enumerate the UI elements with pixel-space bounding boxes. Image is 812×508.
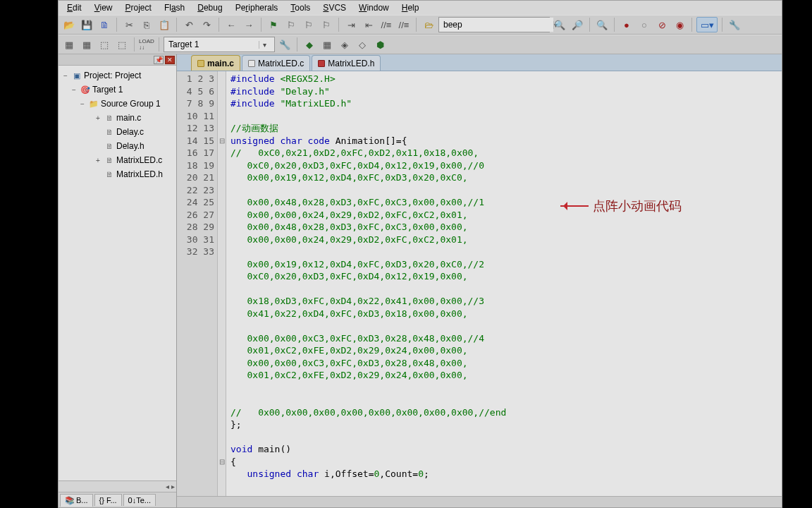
pack-installer-icon[interactable]: ⬢ [372, 37, 388, 52]
comment-icon[interactable]: //≡ [379, 17, 394, 32]
file-ext-icon[interactable]: ▦ [319, 37, 335, 52]
tree-root[interactable]: − ▣ Project: Project [60, 68, 175, 83]
find-input[interactable] [439, 18, 553, 32]
copy-icon[interactable]: ⎘ [139, 17, 154, 32]
download-icon[interactable]: LOAD↓↓ [139, 37, 154, 52]
debug-icon[interactable]: 🔍 [594, 17, 610, 32]
breakpoint-icon[interactable]: ● [619, 17, 634, 32]
editor-tab-matrixled-c[interactable]: MatrixLED.c [242, 55, 310, 71]
tree-file[interactable]: + 🗎 main.c [60, 111, 175, 125]
breakpoint-window-icon[interactable]: ◉ [672, 17, 687, 32]
tree-target[interactable]: − 🎯 Target 1 [60, 83, 175, 97]
tab-label: MatrixLED.c [258, 59, 304, 68]
find-combo[interactable]: ▾ [438, 17, 550, 32]
file-icon: 🗎 [104, 126, 115, 138]
manage-components-icon[interactable]: ◆ [302, 37, 317, 52]
menu-edit[interactable]: Edit [61, 1, 87, 14]
tab-label: MatrixLED.h [328, 59, 374, 68]
editor-tab-main[interactable]: main.c [191, 55, 240, 71]
editor-hscroll[interactable] [177, 496, 782, 507]
cut-icon[interactable]: ✂ [121, 17, 137, 32]
tree-file[interactable]: 🗎 MatrixLED.h [60, 167, 175, 181]
tree-group-label: Source Group 1 [101, 99, 161, 109]
tree-file[interactable]: 🗎 Delay.c [60, 125, 175, 139]
target-input[interactable] [164, 37, 259, 52]
saveall-icon[interactable]: 🗎 [97, 17, 112, 32]
menu-window[interactable]: Window [353, 1, 395, 14]
tree-file-label: MatrixLED.c [116, 155, 162, 165]
find-files-icon[interactable]: 🗁 [421, 17, 436, 32]
tree-file-label: Delay.c [116, 127, 144, 137]
sidebar-hscroll[interactable]: ◂ ▸ [59, 480, 176, 492]
sidebar-tab-templates[interactable]: 0↓Te... [123, 494, 156, 506]
sidebar-tab-functions[interactable]: {} F... [94, 494, 122, 506]
menu-view[interactable]: View [89, 1, 118, 14]
open-icon[interactable]: 📂 [61, 17, 77, 32]
redo-icon[interactable]: ↷ [199, 17, 214, 32]
sidebar-tab-books[interactable]: 📚 B... [60, 494, 93, 507]
bookmark-prev-icon[interactable]: ⚐ [283, 17, 299, 32]
build-icon[interactable]: ▦ [79, 37, 94, 52]
menu-project[interactable]: Project [120, 1, 157, 14]
pin-icon[interactable]: 📌 [154, 56, 164, 64]
menu-debug[interactable]: Debug [192, 1, 228, 14]
nav-back-icon[interactable]: ← [223, 17, 239, 32]
bookmark-next-icon[interactable]: ⚐ [301, 17, 316, 32]
file-icon: 🗎 [104, 140, 115, 152]
incremental-find-icon[interactable]: 🔎 [570, 17, 585, 32]
target-options-icon[interactable]: 🔧 [277, 37, 293, 52]
code-content[interactable]: #include <REGX52.H> #include "Delay.h" #… [226, 71, 782, 496]
bookmark-clear-icon[interactable]: ⚐ [319, 17, 334, 32]
menu-tools[interactable]: Tools [285, 1, 316, 14]
tree-file[interactable]: 🗎 Delay.h [60, 139, 175, 153]
sidebar-tabs: 📚 B... {} F... 0↓Te... [59, 492, 176, 507]
outdent-icon[interactable]: ⇤ [361, 17, 376, 32]
file-badge-icon [318, 60, 325, 67]
find-icon[interactable]: 🔍 [552, 17, 567, 32]
configure-icon[interactable]: 🔧 [727, 17, 742, 32]
rebuild-icon[interactable]: ⬚ [97, 37, 112, 52]
expand-icon[interactable]: + [94, 157, 102, 164]
editor-tab-matrixled-h[interactable]: MatrixLED.h [312, 55, 381, 71]
tree-file-label: Delay.h [116, 141, 144, 151]
file-icon: 🗎 [104, 169, 115, 180]
sidebar-header: 📌 ✕ [59, 54, 176, 66]
expand-icon[interactable]: − [78, 100, 87, 108]
expand-icon[interactable]: − [61, 72, 70, 80]
menubar: Edit View Project Flash Debug Peripheral… [59, 1, 782, 15]
indent-icon[interactable]: ⇥ [343, 17, 359, 32]
uncomment-icon[interactable]: //≡ [396, 17, 412, 32]
translate-icon[interactable]: ▦ [61, 37, 77, 52]
tree-group[interactable]: − 📁 Source Group 1 [60, 97, 175, 111]
window-icon[interactable]: ▭▾ [696, 17, 718, 32]
target-combo[interactable]: ▾ [164, 37, 275, 52]
undo-icon[interactable]: ↶ [181, 17, 197, 32]
breakpoint-killall-icon[interactable]: ⊘ [654, 17, 670, 32]
books-icon: 📚 [65, 496, 75, 505]
expand-icon[interactable]: − [70, 86, 78, 94]
fold-gutter[interactable]: ⊟ ⊟ [218, 71, 226, 496]
close-icon[interactable]: ✕ [165, 56, 175, 64]
toolbar-standard: 📂 💾 🗎 ✂ ⎘ 📋 ↶ ↷ ← → ⚑ ⚐ ⚐ ⚐ ⇥ ⇤ //≡ //≡ … [59, 15, 782, 35]
code-editor[interactable]: 1 2 3 4 5 6 7 8 9 10 11 12 13 14 15 16 1… [177, 71, 782, 496]
tree-file-label: MatrixLED.h [116, 169, 163, 179]
batch-build-icon[interactable]: ⬚ [114, 37, 130, 52]
editor-area: main.c MatrixLED.c MatrixLED.h 1 2 3 4 5… [177, 54, 782, 507]
nav-fwd-icon[interactable]: → [241, 17, 257, 32]
tab-label: main.c [207, 59, 234, 68]
select-packs-icon[interactable]: ◇ [355, 37, 370, 52]
breakpoint-disable-icon[interactable]: ○ [636, 17, 652, 32]
expand-icon[interactable]: + [94, 114, 102, 122]
menu-help[interactable]: Help [396, 1, 425, 14]
line-gutter: 1 2 3 4 5 6 7 8 9 10 11 12 13 14 15 16 1… [177, 71, 218, 496]
tree-file[interactable]: + 🗎 MatrixLED.c [60, 153, 175, 167]
menu-svcs[interactable]: SVCS [317, 1, 352, 14]
file-badge-icon [197, 60, 204, 67]
paste-icon[interactable]: 📋 [156, 17, 172, 32]
menu-flash[interactable]: Flash [159, 1, 190, 14]
bookmark-toggle-icon[interactable]: ⚑ [266, 17, 281, 32]
menu-peripherals[interactable]: Peripherals [230, 1, 284, 14]
manage-rte-icon[interactable]: ◈ [337, 37, 352, 52]
save-icon[interactable]: 💾 [79, 17, 94, 32]
chevron-down-icon[interactable]: ▾ [259, 41, 270, 49]
